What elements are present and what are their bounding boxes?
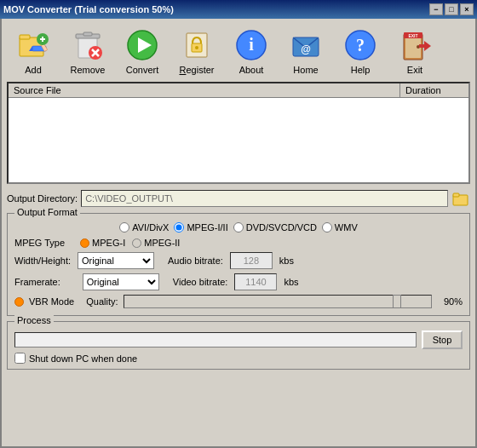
folder-icon (452, 191, 469, 206)
title-bar: MOV Converter (Trial conversion 50%) − □… (0, 0, 477, 19)
avi-radio-item[interactable]: AVI/DivX (119, 222, 169, 233)
audio-bitrate-label: Audio bitrate: (168, 256, 223, 266)
framerate-video-row: Framerate: Original 23.976 25 29.97 Vide… (14, 273, 463, 290)
shutdown-row: Shut down PC when done (14, 353, 463, 364)
home-label: Home (293, 65, 318, 75)
svg-text:?: ? (356, 36, 365, 55)
video-bitrate-input[interactable]: 1140 (234, 273, 277, 290)
quality-label: Quality: (86, 296, 118, 307)
dvd-radio-item[interactable]: DVD/SVCD/VCD (233, 222, 317, 233)
file-list-header: Source File Duration (9, 83, 468, 98)
exit-icon: EXIT (397, 27, 433, 63)
audio-bitrate-input[interactable]: 128 (230, 252, 273, 269)
title-bar-title: MOV Converter (Trial conversion 50%) (3, 4, 174, 14)
mpeg1-label: MPEG-I (92, 238, 125, 248)
about-icon: i (233, 27, 269, 63)
output-format-title: Output Format (14, 207, 80, 217)
avi-label: AVI/DivX (132, 222, 169, 233)
help-button[interactable]: ? Help (334, 26, 387, 77)
shutdown-label: Shut down PC when done (29, 353, 137, 364)
dvd-label: DVD/SVCD/VCD (246, 222, 317, 233)
mpeg-type-label: MPEG Type (14, 238, 65, 248)
mpeg2-radio-item[interactable]: MPEG-II (132, 238, 180, 248)
mpeg-type-row: MPEG Type MPEG-I MPEG-II (14, 238, 463, 248)
register-icon (179, 27, 215, 63)
register-button[interactable]: Register (170, 26, 223, 77)
remove-icon (70, 27, 106, 63)
width-height-label: Width/Height: (14, 256, 71, 266)
mpeg-radio[interactable] (174, 222, 184, 233)
output-dir-row: Output Directory: C:\VIDEO_OUTPUT\ (7, 189, 470, 208)
audio-bitrate-unit: kbs (279, 256, 294, 266)
mpeg1-radio-item[interactable]: MPEG-I (80, 238, 125, 248)
svg-marker-29 (424, 41, 431, 51)
format-radio-row: AVI/DivX MPEG-I/II DVD/SVCD/VCD WMV (14, 222, 463, 233)
mpeg-radio-item[interactable]: MPEG-I/II (174, 222, 227, 233)
svg-text:@: @ (301, 43, 311, 55)
convert-button[interactable]: Convert (116, 26, 169, 77)
quality-slider-container (124, 295, 433, 308)
mpeg2-label: MPEG-II (144, 238, 180, 248)
help-icon: ? (342, 27, 378, 63)
svg-rect-10 (83, 32, 92, 36)
wmv-radio[interactable] (322, 222, 332, 233)
video-bitrate-label: Video bitrate: (173, 277, 228, 287)
add-button[interactable]: Add (7, 26, 60, 77)
minimize-button[interactable]: − (429, 3, 443, 15)
main-window: Add Remove (0, 19, 477, 448)
output-format-group: Output Format AVI/DivX MPEG-I/II DVD/SVC… (7, 213, 470, 316)
about-label: About (239, 65, 264, 75)
stop-button[interactable]: Stop (422, 330, 463, 349)
svg-rect-33 (453, 193, 459, 197)
maximize-button[interactable]: □ (445, 3, 458, 15)
output-dir-label: Output Directory: (7, 193, 78, 204)
mpeg1-radio-dot (80, 238, 89, 248)
remove-label: Remove (71, 65, 106, 75)
register-label: Register (180, 65, 215, 75)
convert-label: Convert (126, 65, 159, 75)
vbr-label: VBR Mode (29, 296, 74, 307)
svg-point-18 (195, 46, 198, 49)
wmv-radio-item[interactable]: WMV (322, 222, 358, 233)
wmv-label: WMV (335, 222, 358, 233)
browse-folder-button[interactable] (451, 189, 470, 208)
vbr-row: VBR Mode Quality: 90% (14, 295, 463, 308)
width-height-select[interactable]: Original 320x240 640x480 (78, 252, 154, 269)
avi-radio[interactable] (119, 222, 129, 233)
add-label: Add (25, 65, 42, 75)
mpeg2-radio-dot (132, 238, 141, 248)
width-audio-row: Width/Height: Original 320x240 640x480 A… (14, 252, 463, 269)
dvd-radio[interactable] (233, 222, 244, 233)
output-dir-input[interactable]: C:\VIDEO_OUTPUT\ (81, 190, 448, 207)
close-button[interactable]: × (460, 3, 474, 15)
video-bitrate-unit: kbs (284, 277, 298, 287)
source-file-col-header: Source File (9, 83, 400, 97)
remove-button[interactable]: Remove (61, 26, 114, 77)
add-icon (15, 27, 51, 63)
title-bar-controls: − □ × (429, 3, 474, 15)
quality-percent: 90% (437, 296, 463, 307)
svg-rect-1 (20, 35, 30, 39)
svg-text:i: i (249, 35, 254, 54)
process-title: Process (14, 315, 54, 325)
framerate-label: Framerate: (14, 277, 60, 287)
mpeg-label: MPEG-I/II (187, 222, 227, 233)
file-list[interactable]: Source File Duration (7, 82, 470, 184)
framerate-select[interactable]: Original 23.976 25 29.97 (83, 273, 159, 290)
progress-bar-container (14, 332, 417, 347)
about-button[interactable]: i About (225, 26, 278, 77)
exit-button[interactable]: EXIT Exit (388, 26, 441, 77)
home-button[interactable]: @ Home (279, 26, 332, 77)
process-group: Process Stop Shut down PC when done (7, 321, 470, 370)
duration-col-header: Duration (400, 83, 468, 97)
quality-slider[interactable] (124, 295, 433, 308)
home-icon: @ (288, 27, 324, 63)
toolbar: Add Remove (5, 22, 472, 82)
process-row: Stop (14, 330, 463, 349)
svg-rect-7 (42, 37, 43, 42)
vbr-radio-dot (14, 297, 24, 307)
shutdown-checkbox[interactable] (14, 353, 26, 364)
exit-label: Exit (407, 65, 422, 75)
svg-text:EXIT: EXIT (408, 33, 417, 38)
help-label: Help (351, 65, 371, 75)
